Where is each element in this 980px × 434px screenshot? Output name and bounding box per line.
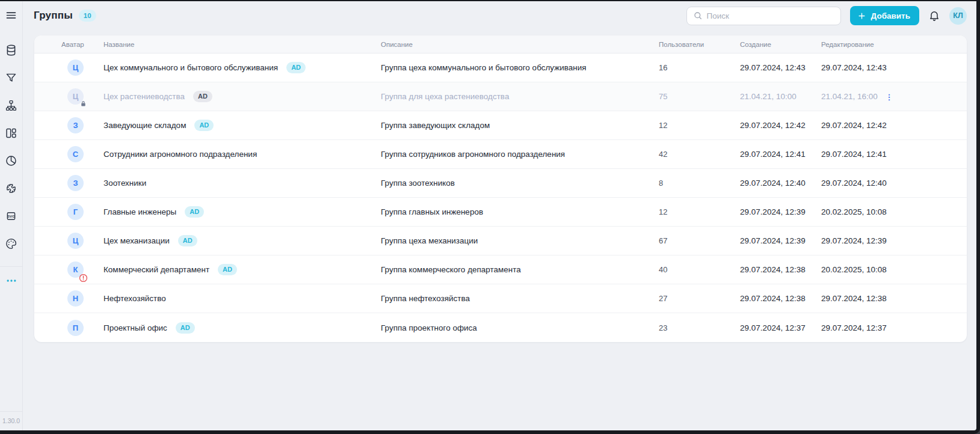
users-count: 42 (659, 150, 667, 159)
edited-cell: 29.07.2024, 12:42 (821, 121, 960, 130)
app-version: 1.30.0 (0, 412, 23, 430)
created-date: 29.07.2024, 12:43 (740, 63, 806, 72)
name-cell: Коммерческий департамент AD (103, 264, 381, 275)
name-cell: Зоотехники (103, 179, 381, 188)
users-count: 12 (659, 121, 667, 130)
edited-cell: 29.07.2024, 12:39 (821, 236, 960, 245)
table-row[interactable]: П Проектный офис AD Группа проектного оф… (34, 313, 967, 342)
created-date: 29.07.2024, 12:39 (740, 207, 806, 216)
group-description: Группа главных инженеров (381, 207, 483, 216)
users-cell: 42 (659, 150, 740, 159)
users-cell: 23 (659, 323, 740, 332)
avatar-cell: Ц (66, 88, 103, 105)
group-avatar: З (67, 175, 84, 191)
search-input[interactable] (707, 11, 834, 20)
table-row[interactable]: Ц Цех механизации AD Группа цеха механиз… (34, 227, 967, 255)
users-count: 8 (659, 179, 663, 188)
table-row[interactable]: Г Главные инженеры AD Группа главных инж… (34, 198, 967, 227)
group-avatar: С (67, 146, 84, 162)
edited-cell: 20.02.2025, 10:08 (821, 265, 960, 274)
search-icon (693, 11, 703, 20)
users-cell: 40 (659, 265, 740, 274)
description-cell: Группа для цеха растениеводства (381, 92, 659, 101)
group-description: Группа проектного офиса (381, 323, 477, 332)
created-cell: 21.04.21, 10:00 (740, 92, 821, 101)
group-name: Сотрудники агрономного подразделения (103, 150, 257, 159)
table-row[interactable]: К Коммерческий департамент AD Группа ком… (34, 255, 967, 284)
filter-icon[interactable] (5, 72, 17, 84)
more-ellipsis-icon[interactable] (5, 275, 17, 289)
edited-date: 29.07.2024, 12:41 (821, 150, 887, 159)
plus-icon (857, 11, 866, 20)
row-kebab-menu-icon[interactable]: ⋮ (886, 93, 893, 101)
puzzle-icon[interactable] (5, 182, 17, 195)
table-row[interactable]: Ц Цех коммунального и бытового обслужива… (34, 53, 967, 82)
edited-date: 29.07.2024, 12:38 (821, 294, 887, 303)
database-icon[interactable] (5, 44, 17, 57)
created-date: 29.07.2024, 12:41 (740, 150, 806, 159)
palette-icon[interactable] (5, 237, 17, 250)
add-group-button[interactable]: Добавить (850, 6, 919, 25)
users-count: 12 (659, 207, 667, 216)
svg-file-icon[interactable]: SVG (5, 210, 17, 222)
search-box[interactable] (686, 7, 841, 25)
group-name: Заведующие складом (103, 121, 186, 130)
pie-chart-icon[interactable] (5, 154, 17, 167)
created-cell: 29.07.2024, 12:37 (740, 323, 821, 332)
created-cell: 29.07.2024, 12:38 (740, 294, 821, 303)
group-description: Группа зоотехников (381, 179, 455, 188)
edited-date: 20.02.2025, 10:08 (821, 207, 887, 216)
avatar-cell: З (66, 117, 103, 133)
column-header-name: Название (103, 41, 381, 48)
users-cell: 67 (659, 236, 740, 245)
group-name: Цех растениеводства (103, 92, 185, 101)
column-header-edited: Редактирование (821, 41, 960, 48)
table-row[interactable]: С Сотрудники агрономного подразделения Г… (34, 140, 967, 169)
sidebar-divider (0, 266, 23, 267)
name-cell: Сотрудники агрономного подразделения (103, 150, 381, 159)
description-cell: Группа нефтехозяйства (381, 294, 659, 303)
table-row[interactable]: З Зоотехники Группа зоотехников 8 29.07.… (34, 169, 967, 198)
users-count: 23 (659, 323, 667, 332)
avatar-cell: Ц (66, 233, 103, 249)
group-description: Группа сотрудников агрономного подраздел… (381, 150, 565, 159)
edited-cell: 21.04.21, 16:00 ⋮ (821, 92, 960, 101)
edited-cell: 29.07.2024, 12:40 (821, 179, 960, 188)
ad-badge: AD (176, 322, 195, 334)
description-cell: Группа цеха коммунального и бытового обс… (381, 63, 659, 72)
edited-date: 29.07.2024, 12:39 (821, 236, 887, 245)
table-row[interactable]: З Заведующие складом AD Группа заведующи… (34, 111, 967, 140)
group-avatar: Г (67, 204, 84, 220)
column-header-users: Пользователи (659, 41, 740, 48)
users-cell: 16 (659, 63, 740, 72)
notifications-bell-icon[interactable] (928, 10, 940, 22)
ad-badge: AD (178, 235, 197, 246)
table-row[interactable]: Н Нефтехозяйство Группа нефтехозяйства 2… (34, 284, 967, 313)
group-description: Группа нефтехозяйства (381, 294, 470, 303)
created-cell: 29.07.2024, 12:40 (740, 179, 821, 188)
hamburger-menu-icon[interactable] (5, 9, 17, 24)
user-avatar[interactable]: КЛ (949, 7, 967, 25)
table-row[interactable]: Ц Цех растениеводства AD Группа для цеха… (34, 82, 967, 111)
sidebar-nav: SVG (5, 44, 17, 250)
table-header-row: Аватар Название Описание Пользователи Со… (34, 35, 967, 53)
users-count: 40 (659, 265, 667, 274)
created-date: 21.04.21, 10:00 (740, 92, 797, 101)
group-name: Цех механизации (103, 236, 170, 245)
edited-date: 20.02.2025, 10:08 (821, 265, 887, 274)
table-body: Ц Цех коммунального и бытового обслужива… (34, 53, 967, 342)
sitemap-icon[interactable] (5, 99, 17, 112)
edited-date: 29.07.2024, 12:42 (821, 121, 887, 130)
app-window: SVG 1.30.0 Группы 10 (0, 0, 980, 434)
created-date: 29.07.2024, 12:38 (740, 294, 806, 303)
created-cell: 29.07.2024, 12:39 (740, 207, 821, 216)
page-title: Группы (34, 10, 73, 22)
layout-icon[interactable] (5, 127, 17, 139)
column-header-avatar: Аватар (61, 41, 103, 48)
sidebar: SVG 1.30.0 (0, 1, 23, 430)
warning-icon (79, 274, 88, 283)
name-cell: Цех коммунального и бытового обслуживани… (103, 62, 381, 73)
users-cell: 27 (659, 294, 740, 303)
edited-cell: 29.07.2024, 12:41 (821, 150, 960, 159)
created-date: 29.07.2024, 12:37 (740, 323, 806, 332)
